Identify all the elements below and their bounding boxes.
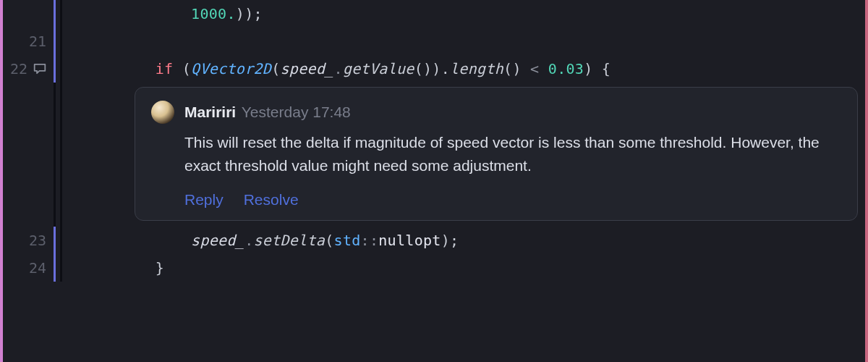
space [539,60,548,77]
punctuation: ); [441,232,459,249]
gutter-separator [60,83,62,227]
comment-header: Maririri Yesterday 17:48 [151,101,841,124]
code-view: 1000.)); 21 22 if (QVector2D(speed_.getV… [0,0,868,362]
number-literal: 0.03 [548,60,584,77]
code-content [62,33,93,50]
keyword: if [156,60,174,77]
gutter-highlight [54,227,56,254]
code-line: 21 [3,28,868,55]
punctuation: . [244,232,253,249]
gutter: 23 [3,232,54,249]
comment-actions: Reply Resolve [184,191,841,209]
brace: } [156,259,164,277]
method: length [450,60,503,77]
gutter-highlight [54,0,56,28]
namespace: std [334,232,361,249]
code-content: 1000.)); [62,5,263,22]
line-number: 21 [26,33,46,50]
gutter: 21 [3,33,54,50]
code-line: 23 speed_.setDelta(std::nullopt); [3,227,868,254]
variable: speed_ [281,60,334,77]
punctuation: ( [173,60,191,77]
punctuation: () [503,60,530,77]
code-line: 24 } [3,254,868,282]
right-accent-bar [865,0,868,362]
gutter-border [54,83,56,227]
operator: < [530,60,539,77]
left-accent-bar [0,0,3,362]
code-content: } [62,259,164,277]
gutter: 22 [3,60,54,77]
punctuation: ( [325,232,333,249]
gutter [3,83,54,227]
code-line: 1000.)); [3,0,868,28]
gutter-highlight [54,254,56,282]
method: getValue [343,60,414,77]
gutter-highlight [54,28,56,55]
comment-author[interactable]: Maririri [184,104,236,120]
punctuation: . [334,60,343,77]
identifier: nullopt [378,232,441,249]
gutter-highlight [54,55,56,83]
type-name: QVector2D [191,60,271,77]
resolve-button[interactable]: Resolve [244,191,299,209]
code-line: 22 if (QVector2D(speed_.getValue()).leng… [3,55,868,83]
method: setDelta [253,232,325,249]
avatar[interactable] [151,101,174,124]
punctuation: ()). [414,60,450,77]
code-content: if (QVector2D(speed_.getValue()).length(… [62,60,610,77]
comment-card: Maririri Yesterday 17:48 This will reset… [135,87,858,221]
comment-timestamp: Yesterday 17:48 [242,104,351,120]
line-number: 22 [7,60,27,77]
punctuation: ( [271,60,280,77]
gutter: 24 [3,259,54,277]
line-number: 23 [26,232,46,249]
comment-body: This will reset the delta if magnitude o… [184,131,841,177]
scope-operator: :: [361,232,379,249]
comment-thread-row: Maririri Yesterday 17:48 This will reset… [3,83,868,227]
code-content: speed_.setDelta(std::nullopt); [62,232,459,249]
variable: speed_ [191,232,244,249]
punctuation: )); [236,5,263,22]
punctuation: ) { [584,60,610,77]
reply-button[interactable]: Reply [184,191,224,209]
line-number: 24 [26,259,46,277]
number-literal: 1000. [191,5,236,22]
comment-icon[interactable] [33,63,46,75]
